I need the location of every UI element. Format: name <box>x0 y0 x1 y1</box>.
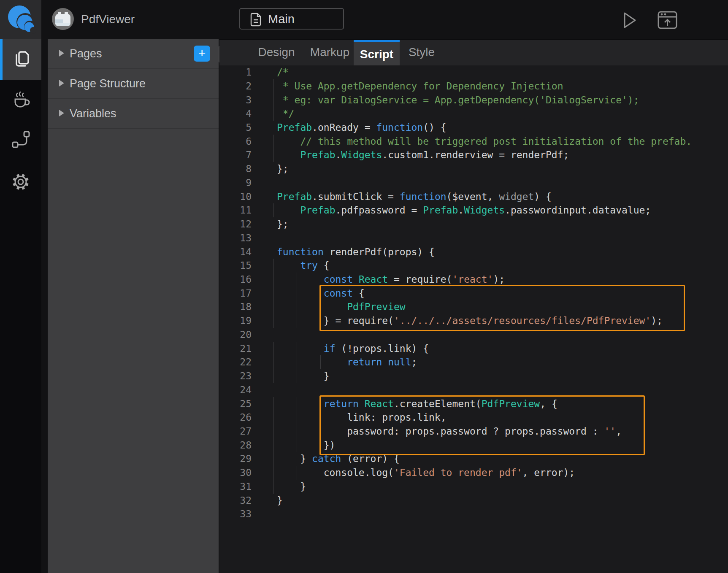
indent-guide <box>273 438 274 452</box>
line-number: 8 <box>219 162 252 176</box>
code-text: Prefab.onReady = function() { <box>277 121 447 135</box>
editor-tabbar: DesignMarkupScriptStyle <box>219 39 728 65</box>
line-number: 1 <box>219 65 252 79</box>
tab-script[interactable]: Script <box>354 40 400 65</box>
code-line-8[interactable]: 8}; <box>219 162 728 176</box>
indent-guide <box>273 411 274 424</box>
indent-guide <box>273 203 274 217</box>
project-title: PdfViewer <box>81 0 135 39</box>
line-number: 26 <box>219 411 252 424</box>
play-icon run-button[interactable] <box>622 11 637 30</box>
indent-guide <box>273 286 274 300</box>
code-line-6[interactable]: 6 // this method will be triggered post … <box>219 135 728 149</box>
indent-guide <box>273 79 274 93</box>
line-number: 17 <box>219 286 252 300</box>
rail-item-java-services[interactable] <box>0 89 41 112</box>
code-line-23[interactable]: 23 } <box>219 369 728 383</box>
line-number: 24 <box>219 383 252 397</box>
line-number: 4 <box>219 107 252 121</box>
code-text: * eg: var DialogService = App.getDepende… <box>277 93 639 107</box>
code-line-2[interactable]: 2 * Use App.getDependency for Dependency… <box>219 79 728 93</box>
code-line-15[interactable]: 15 try { <box>219 259 728 273</box>
rail-item-bindings[interactable] <box>0 128 41 152</box>
code-text: }; <box>277 162 289 176</box>
indent-guide <box>273 107 274 121</box>
code-line-16[interactable]: 16 const React = require('react'); <box>219 273 728 286</box>
wave-logo-icon <box>4 3 37 36</box>
code-text: } <box>277 494 283 508</box>
code-line-9[interactable]: 9 <box>219 176 728 190</box>
connector-icon <box>10 129 31 151</box>
coffee-icon <box>10 89 31 112</box>
code-line-7[interactable]: 7 Prefab.Widgets.custom1.renderview = re… <box>219 148 728 162</box>
indent-guide <box>273 259 274 273</box>
code-text: console.log('Failed to render pdf', erro… <box>277 466 575 480</box>
code-text: function renderPdf(props) { <box>277 245 435 259</box>
code-text: try { <box>277 259 330 273</box>
line-number: 9 <box>219 176 252 190</box>
code-line-3[interactable]: 3 * eg: var DialogService = App.getDepen… <box>219 93 728 107</box>
code-text: return null; <box>277 355 417 369</box>
line-number: 29 <box>219 452 252 466</box>
line-number: 7 <box>219 148 252 162</box>
code-text: } <box>277 480 306 494</box>
chevron-right-icon <box>59 110 64 116</box>
line-number: 10 <box>219 190 252 204</box>
code-highlight-box-1 <box>319 285 685 331</box>
indent-guide <box>273 300 274 314</box>
tab-style[interactable]: Style <box>404 40 439 65</box>
indent-guide <box>273 369 274 383</box>
code-text: Prefab.pdfpassword = Prefab.Widgets.pass… <box>277 203 651 217</box>
page-selector-label: Main <box>268 9 295 29</box>
rail-item-settings[interactable] <box>0 170 41 196</box>
tab-design[interactable]: Design <box>252 40 301 65</box>
rail-item-pages[interactable] <box>0 39 41 80</box>
code-text: * Use App.getDependency for Dependency I… <box>277 79 563 93</box>
page-selector-button[interactable]: Main <box>239 8 344 30</box>
code-line-1[interactable]: 1/* <box>219 65 728 79</box>
script-code-editor[interactable]: 1/*2 * Use App.getDependency for Depende… <box>219 65 728 573</box>
line-number: 12 <box>219 217 252 231</box>
indent-guide <box>273 452 274 466</box>
panel-section-variables[interactable]: Variables <box>48 99 219 129</box>
add-page-button plus-icon[interactable]: + <box>194 46 210 62</box>
indent-guide <box>273 355 274 369</box>
line-number: 27 <box>219 424 252 438</box>
code-text: if (!props.link) { <box>277 342 429 356</box>
line-number: 31 <box>219 480 252 494</box>
code-line-10[interactable]: 10Prefab.submitClick = function($event, … <box>219 190 728 204</box>
preview-window-icon[interactable] <box>658 11 678 30</box>
indent-guide <box>273 480 274 494</box>
line-number: 5 <box>219 121 252 135</box>
line-number: 28 <box>219 438 252 452</box>
line-number: 23 <box>219 369 252 383</box>
code-line-11[interactable]: 11 Prefab.pdfpassword = Prefab.Widgets.p… <box>219 203 728 217</box>
code-line-30[interactable]: 30 console.log('Failed to render pdf', e… <box>219 466 728 480</box>
top-bar: PdfViewer Main <box>0 0 728 39</box>
code-line-14[interactable]: 14function renderPdf(props) { <box>219 245 728 259</box>
line-number: 2 <box>219 79 252 93</box>
code-text: // this method will be triggered post in… <box>277 135 692 149</box>
code-line-32[interactable]: 32} <box>219 494 728 508</box>
code-line-13[interactable]: 13 <box>219 231 728 245</box>
panel-section-page-structure[interactable]: Page Structure <box>48 69 219 99</box>
brand-logo-button[interactable] <box>0 0 41 39</box>
tab-markup[interactable]: Markup <box>303 40 357 65</box>
wavemaker-studio-window: PdfViewer Main Pages+ Page Structure Var… <box>0 0 728 573</box>
line-number: 32 <box>219 494 252 508</box>
panel-section-pages[interactable]: Pages+ <box>48 39 219 69</box>
line-number: 16 <box>219 273 252 286</box>
code-line-33[interactable]: 33 <box>219 507 728 521</box>
code-line-22[interactable]: 22 return null; <box>219 355 728 369</box>
code-highlight-box-2 <box>319 395 645 456</box>
prefab-avatar[interactable] <box>51 8 74 30</box>
code-line-31[interactable]: 31 } <box>219 480 728 494</box>
line-number: 20 <box>219 328 252 342</box>
code-line-4[interactable]: 4 */ <box>219 107 728 121</box>
code-line-12[interactable]: 12}; <box>219 217 728 231</box>
code-line-5[interactable]: 5Prefab.onReady = function() { <box>219 121 728 135</box>
code-line-24[interactable]: 24 <box>219 383 728 397</box>
code-text: */ <box>277 107 295 121</box>
line-number: 30 <box>219 466 252 480</box>
code-line-21[interactable]: 21 if (!props.link) { <box>219 342 728 356</box>
